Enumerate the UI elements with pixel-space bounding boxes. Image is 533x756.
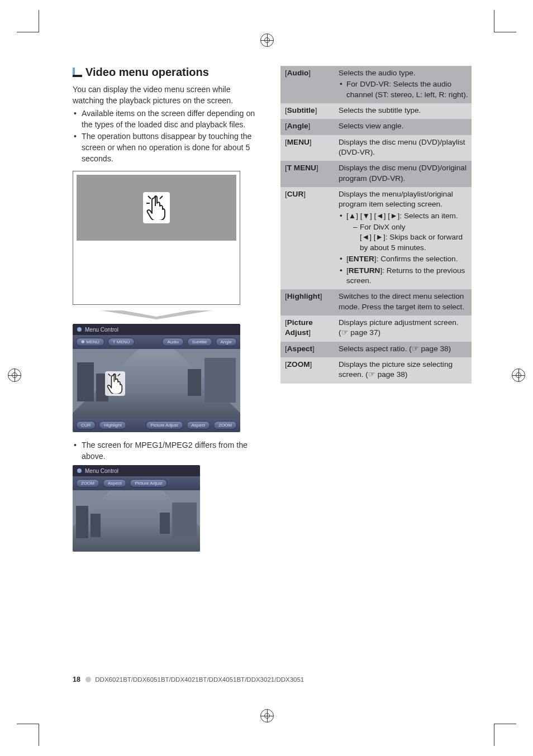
table-row: [Audio]Selects the audio type.For DVD-VR… [280,66,472,103]
table-row: [Picture Adjust]Displays picture adjustm… [280,315,472,342]
table-desc-cell: Switches to the direct menu selection mo… [334,289,472,315]
screenshot-title: Menu Control [85,327,118,333]
table-label-cell: [T MENU] [280,161,334,187]
heading-text: Video menu operations [85,66,209,79]
table-label-cell: [Aspect] [280,342,334,357]
table-label-cell: [CUR] [280,187,334,289]
table-desc-cell: Displays the picture size selecting scre… [334,357,472,384]
zoom-chip: ZOOM [213,421,237,429]
crop-mark [17,10,39,32]
hand-tap-icon [105,371,125,396]
screenshot-title: Menu Control [85,468,118,474]
left-column: Video menu operations You can display th… [73,66,264,559]
screenshot-scene [73,490,200,552]
table-row: [Angle]Selects view angle. [280,119,472,135]
crop-mark [17,724,39,746]
hand-tap-icon [143,192,170,223]
table-row: [T MENU]Displays the disc menu (DVD)/ori… [280,161,472,187]
down-arrows-icon [73,310,240,320]
page-content: Video menu operations You can display th… [0,0,533,582]
audio-chip: Audio [162,338,183,346]
section-heading: Video menu operations [73,66,264,79]
mpeg-note: The screen for MPEG1/MPEG2 differs from … [74,440,264,462]
screenshot-scene [73,349,240,418]
menu-chip: ✽ MENU [76,338,104,346]
zoom-chip: ZOOM [76,479,99,487]
registration-mark [8,369,21,382]
table-label-cell: [Audio] [280,66,334,103]
page-footer: 18 DDX6021BT/DDX6051BT/DDX4021BT/DDX4051… [73,676,304,683]
video-menu-table: [Audio]Selects the audio type.For DVD-VR… [280,66,472,384]
table-label-cell: [Picture Adjust] [280,315,334,342]
intro-paragraph: You can display the video menu screen wh… [73,84,264,106]
touch-illustration-top [77,175,236,241]
touch-illustration-bottom [73,244,240,304]
right-column: [Audio]Selects the audio type.For DVD-VR… [280,66,472,559]
angle-chip: Angle [216,338,237,346]
table-desc-cell: Selects the audio type.For DVD-VR: Selec… [334,66,472,103]
page-number: 18 [73,676,80,683]
table-desc-cell: Selects view angle. [334,119,472,135]
table-desc-cell: Displays the disc menu (DVD)/playlist (D… [334,135,472,161]
wrench-icon [76,467,83,474]
table-row: [Aspect]Selects aspect ratio. (☞ page 38… [280,342,472,357]
crop-mark [494,724,516,746]
table-row: [MENU]Displays the disc menu (DVD)/playl… [280,135,472,161]
table-label-cell: [Subtitle] [280,103,334,119]
picture-adjust-chip: Picture Adjust [146,421,183,429]
svg-point-3 [77,468,82,473]
table-label-cell: [ZOOM] [280,357,334,384]
table-desc-cell: Displays the menu/playlist/original prog… [334,187,472,289]
screenshot-top-toolbar: ✽ MENU T MENU Audio Subtitle Angle [73,335,240,349]
svg-point-2 [77,327,82,332]
touch-illustration-box [73,171,240,305]
heading-bullet-icon [73,68,82,77]
table-desc-cell: Displays picture adjustment screen. (☞ p… [334,315,472,342]
highlight-chip: Highlight [99,421,126,429]
table-label-cell: [Highlight] [280,289,334,315]
table-desc-cell: Selects the subtitle type. [334,103,472,119]
menu-control-screenshot: Menu Control ✽ MENU T MENU Audio Subtitl… [73,324,240,432]
crop-mark [494,10,516,32]
picture-adjust-chip: Picture Adjust [130,479,167,487]
footer-dot-icon [85,677,91,682]
screenshot-bottom-toolbar: CUR Highlight Picture Adjust Aspect ZOOM [73,418,240,432]
table-label-cell: [Angle] [280,119,334,135]
cur-chip: CUR [76,421,96,429]
wrench-icon [76,326,83,333]
intro-bullet-item: The operation buttons disappear by touch… [74,131,264,164]
table-label-cell: [MENU] [280,135,334,161]
table-desc-cell: Selects aspect ratio. (☞ page 38) [334,342,472,357]
aspect-chip: Aspect [187,421,210,429]
intro-bullet-item: Available items on the screen differ dep… [74,108,264,130]
table-row: [CUR]Displays the menu/playlist/original… [280,187,472,289]
table-row: [ZOOM]Displays the picture size selectin… [280,357,472,384]
table-row: [Subtitle]Selects the subtitle type. [280,103,472,119]
aspect-chip: Aspect [103,479,126,487]
footer-models: DDX6021BT/DDX6051BT/DDX4021BT/DDX4051BT/… [95,676,304,683]
screenshot-top-toolbar: ZOOM Aspect Picture Adjust [73,476,200,490]
intro-bullets: Available items on the screen differ dep… [73,108,264,164]
registration-mark [260,709,274,722]
menu-control-screenshot-mpeg: Menu Control ZOOM Aspect Picture Adjust [73,465,200,552]
registration-mark [512,369,525,382]
table-desc-cell: Displays the disc menu (DVD)/original pr… [334,161,472,187]
registration-mark [260,34,274,47]
subtitle-chip: Subtitle [187,338,212,346]
tmenu-chip: T MENU [108,338,135,346]
table-row: [Highlight]Switches to the direct menu s… [280,289,472,315]
screenshot-titlebar: Menu Control [73,324,240,335]
screenshot-titlebar: Menu Control [73,465,200,476]
mpeg-note-list: The screen for MPEG1/MPEG2 differs from … [73,440,264,462]
